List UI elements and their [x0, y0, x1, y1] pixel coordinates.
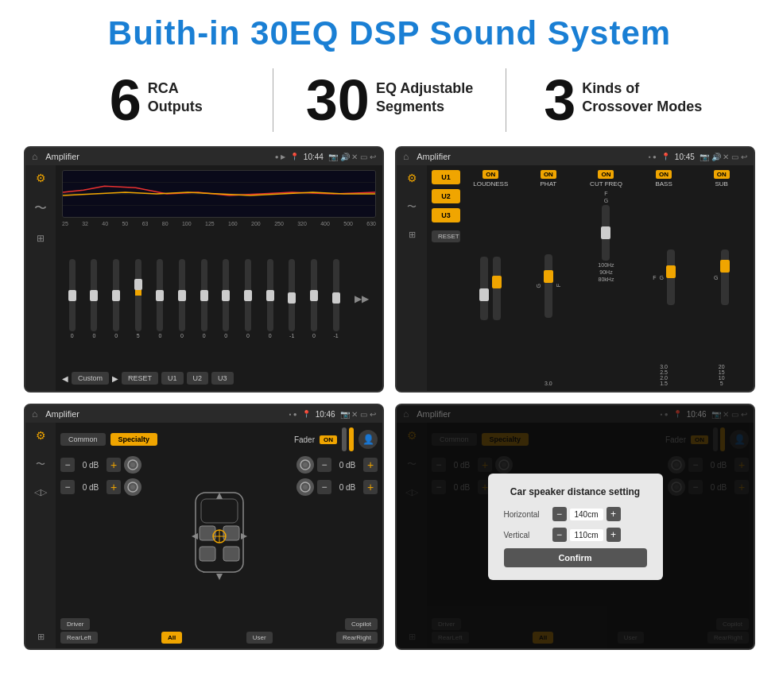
home-icon-1[interactable]: ⌂: [32, 151, 37, 162]
status-bar-3: ⌂ Amplifier ▪ ● 📍 10:46 📷 ✕ ▭ ↩: [25, 405, 382, 423]
amp-wave-icon[interactable]: 〜: [407, 200, 417, 214]
amp-bass-on[interactable]: ON: [656, 170, 672, 179]
eq-u2-btn[interactable]: U2: [187, 372, 209, 385]
amp-presets: U1 U2 U3 RESET: [432, 170, 460, 386]
fader-minus-4[interactable]: −: [317, 480, 331, 494]
amp-eq-icon[interactable]: ⚙: [407, 172, 417, 184]
amp-sub-on[interactable]: ON: [714, 170, 730, 179]
fader-db-row-1: − 0 dB +: [60, 456, 165, 474]
amp-main-content: U1 U2 U3 RESET ON LOUDNESS: [427, 165, 754, 391]
status-title-1: Amplifier: [45, 152, 270, 161]
amp-bass-slider[interactable]: [667, 249, 675, 305]
confirm-button[interactable]: Confirm: [504, 548, 647, 567]
fader-copilot-btn[interactable]: Copilot: [345, 618, 378, 630]
amp-preset-u3[interactable]: U3: [432, 208, 460, 222]
amp-phat-on[interactable]: ON: [541, 170, 556, 179]
fader-top-row: Common Specialty Fader ON 👤: [60, 427, 378, 451]
eq-slider-6[interactable]: 0: [201, 259, 207, 338]
eq-slider-7[interactable]: 0: [223, 259, 229, 338]
fader-tab-common[interactable]: Common: [60, 433, 106, 446]
amp-loudness-on[interactable]: ON: [483, 170, 498, 179]
amp-loudness-slider-l[interactable]: [480, 257, 488, 320]
stats-row: 6 RCA Outputs 30 EQ Adjustable Segments …: [0, 60, 779, 143]
eq-slider-8[interactable]: 0: [245, 259, 251, 338]
eq-slider-2[interactable]: 0: [113, 259, 119, 338]
distance-dialog: Car speaker distance setting Horizontal …: [488, 474, 663, 580]
fader-wave-icon[interactable]: 〜: [36, 458, 45, 471]
eq-reset-btn[interactable]: RESET: [122, 372, 158, 385]
fader-minus-1[interactable]: −: [60, 458, 75, 472]
amp-phat-label: PHAT: [541, 180, 557, 188]
fader-bottom-row: Driver Copilot: [60, 618, 378, 630]
eq-slider-10[interactable]: -1: [289, 259, 295, 338]
fader-mini-slider-2[interactable]: [349, 427, 354, 451]
eq-u1-btn[interactable]: U1: [161, 372, 184, 385]
amp-vol-icon[interactable]: ⊞: [409, 230, 416, 240]
fader-main-content: Common Specialty Fader ON 👤: [56, 423, 382, 648]
eq-slider-4[interactable]: 0: [157, 259, 163, 338]
fader-speaker-rr: [296, 478, 314, 496]
fader-user-btn[interactable]: User: [246, 632, 273, 644]
dialog-vertical-plus[interactable]: +: [607, 528, 621, 542]
eq-slider-1[interactable]: 0: [91, 259, 97, 338]
amp-reset-btn[interactable]: RESET: [432, 230, 460, 242]
amp-preset-u2[interactable]: U2: [432, 189, 460, 203]
fader-minus-2[interactable]: −: [60, 480, 75, 494]
fader-plus-2[interactable]: +: [107, 480, 121, 494]
eq-slider-0[interactable]: 0: [69, 259, 76, 338]
eq-custom-btn[interactable]: Custom: [72, 372, 109, 385]
amp-loudness-slider-r[interactable]: [493, 257, 501, 320]
eq-slider-11[interactable]: 0: [311, 259, 317, 338]
fader-user-icon[interactable]: 👤: [358, 430, 378, 449]
status-time-1: 10:44: [304, 153, 324, 161]
dialog-horizontal-minus[interactable]: −: [552, 507, 567, 521]
fader-vol-icon[interactable]: ⊞: [37, 632, 45, 642]
amp-bass: ON BASS F G 3.0 2.5 2.0 1.5: [637, 170, 692, 386]
speaker-icon[interactable]: ⊞: [37, 233, 45, 244]
dialog-vertical-minus[interactable]: −: [552, 528, 567, 542]
dialog-horizontal-plus[interactable]: +: [607, 507, 621, 521]
eq-u3-btn[interactable]: U3: [211, 372, 234, 385]
status-title-2: Amplifier: [417, 152, 644, 161]
fader-plus-3[interactable]: +: [363, 458, 378, 472]
fader-all-btn[interactable]: All: [161, 632, 182, 644]
fader-minus-3[interactable]: −: [317, 458, 331, 472]
fader-db-row-3: − 0 dB +: [296, 456, 378, 474]
amp-phat-slider[interactable]: [545, 254, 552, 318]
eq-prev-icon[interactable]: ◀: [62, 374, 68, 383]
fader-mini-slider-1[interactable]: [342, 427, 347, 451]
amp-cutfreq-slider[interactable]: [602, 205, 610, 261]
fader-rearright-btn[interactable]: RearRight: [336, 632, 378, 644]
fader-screen-content: ⚙ 〜 ◁▷ ⊞ Common Specialty Fader ON: [25, 423, 382, 648]
pin-icon-1: 📍: [290, 153, 299, 160]
fader-plus-1[interactable]: +: [107, 458, 121, 472]
eq-play-icon[interactable]: ▶: [112, 374, 118, 383]
fader-eq-icon[interactable]: ⚙: [36, 429, 46, 442]
stat-label-eq: EQ Adjustable Segments: [376, 72, 473, 117]
waveform-icon[interactable]: 〜: [34, 200, 47, 217]
eq-icon[interactable]: ⚙: [36, 172, 46, 184]
fader-db-value-4: 0 dB: [335, 483, 360, 492]
screen-distance: ⌂ Amplifier ▪ ● 📍 10:46 📷 ✕ ▭ ↩ ⚙ 〜 ◁▷ ⊞…: [395, 404, 755, 650]
amp-sub-slider[interactable]: [721, 249, 729, 305]
eq-scroll-arrows[interactable]: ▶▶: [355, 293, 369, 304]
eq-slider-9[interactable]: 0: [267, 259, 273, 338]
home-icon-3[interactable]: ⌂: [32, 408, 37, 420]
fader-tab-specialty[interactable]: Specialty: [110, 433, 158, 446]
fader-arrows-icon[interactable]: ◁▷: [34, 487, 47, 497]
amp-preset-u1[interactable]: U1: [432, 170, 460, 184]
fader-car-diagram: [172, 456, 267, 617]
fader-rearleft-btn[interactable]: RearLeft: [60, 632, 98, 644]
fader-on-badge[interactable]: ON: [320, 435, 337, 444]
dialog-horizontal-row: Horizontal − 140cm +: [504, 507, 647, 521]
eq-slider-5[interactable]: 0: [179, 259, 185, 338]
eq-slider-3[interactable]: 5: [135, 259, 141, 338]
stat-number-eq: 30: [306, 72, 370, 129]
svg-marker-19: [192, 533, 198, 540]
home-icon-2[interactable]: ⌂: [403, 151, 409, 162]
eq-slider-12[interactable]: -1: [333, 259, 339, 338]
amp-cutfreq-on[interactable]: ON: [598, 170, 614, 179]
eq-freq-labels: 25 32 40 50 63 80 100 125 160 200 250 32…: [62, 221, 376, 226]
fader-driver-btn[interactable]: Driver: [60, 618, 90, 630]
fader-plus-4[interactable]: +: [363, 480, 378, 494]
